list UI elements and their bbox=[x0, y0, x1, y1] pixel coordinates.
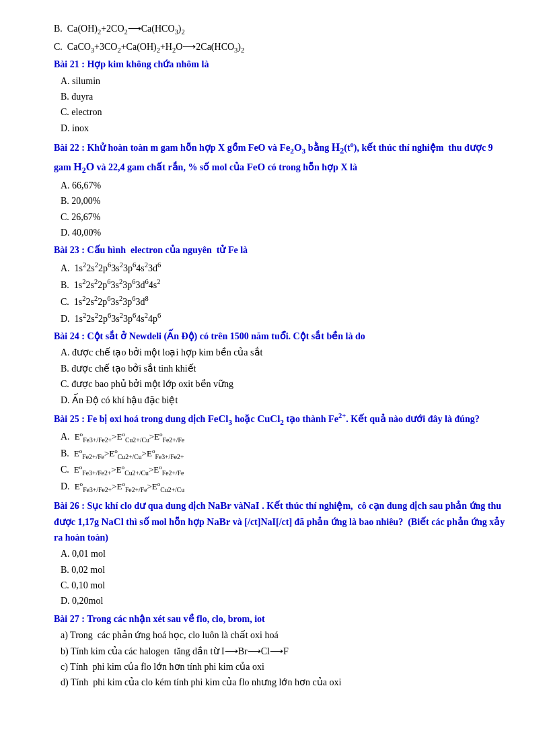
q24-B: B. được chế tạo bởi sắt tinh khiết bbox=[61, 362, 509, 376]
question-25: Bài 25 : Fe bị oxi hoá trong dung dịch F… bbox=[54, 411, 509, 495]
question-27: Bài 27 : Trong các nhận xét sau về flo, … bbox=[54, 612, 509, 691]
q23-C: C. 1s22s22p63s23p63d8 bbox=[61, 294, 509, 310]
q22-A: A. 66,67% bbox=[61, 178, 509, 193]
question-22: Bài 22 : Khử hoàn toàn m gam hỗn hợp X g… bbox=[54, 139, 509, 240]
q26-C: C. 0,10 mol bbox=[61, 578, 509, 593]
q21-C: C. electron bbox=[61, 105, 509, 120]
q21-A: A. silumin bbox=[61, 74, 509, 89]
q23-D: D. 1s22s22p63s23p64s24p6 bbox=[61, 310, 509, 327]
q24-A: A. được chế tạo bởi một loại hợp kim bền… bbox=[61, 345, 509, 360]
q21-header: Bài 21 : Hợp kim không chứa nhôm là bbox=[54, 59, 209, 69]
q22-D: D. 40,00% bbox=[61, 226, 509, 240]
q23-A: A. 1s22s22p63s23p64s23d6 bbox=[61, 260, 509, 276]
question-23: Bài 23 : Cấu hình electron của nguyên tử… bbox=[54, 243, 509, 327]
line-c-top: C. CaCO3+3CO2+Ca(OH)2+H2O⟶2Ca(HCO3)2 bbox=[54, 40, 509, 57]
q26-B: B. 0,02 mol bbox=[61, 563, 509, 578]
line-b-top: B. Ca(OH)2+2CO2⟶Ca(HCO3)2 bbox=[54, 22, 509, 38]
q21-D: D. inox bbox=[61, 121, 509, 136]
q22-C: C. 26,67% bbox=[61, 210, 509, 225]
question-26: Bài 26 : Sục khí clo dư qua dung dịch Na… bbox=[54, 497, 509, 609]
q23-header: Bài 23 : Cấu hình electron của nguyên tử… bbox=[54, 245, 248, 255]
q27-d: d) Tính phi kim của clo kém tính phi kim… bbox=[61, 675, 509, 690]
q26-A: A. 0,01 mol bbox=[61, 547, 509, 561]
q27-b: b) Tính kim của các halogen tăng dần từ … bbox=[61, 644, 509, 659]
q26-header: Bài 26 : Sục khí clo dư qua dung dịch Na… bbox=[54, 501, 505, 543]
q25-B: B. EoFe2+/Fe>EoCu2+/Cu>EoFe3+/Fe2+ bbox=[61, 446, 509, 462]
question-24: Bài 24 : Cột sắt ở Newdeli (Ấn Độ) có tr… bbox=[54, 329, 509, 408]
q27-a: a) Trong các phản ứng hoá học, clo luôn … bbox=[61, 628, 509, 643]
q26-D: D. 0,20mol bbox=[61, 594, 509, 609]
q24-header: Bài 24 : Cột sắt ở Newdeli (Ấn Độ) có tr… bbox=[54, 331, 365, 341]
q25-A: A. EoFe3+/Fe2+>EoCu2+/Cu>EoFe2+/Fe bbox=[61, 429, 509, 446]
q22-B: B. 20,00% bbox=[61, 194, 509, 209]
q25-D: D. EoFe3+/Fe2+>EoFe2+/Fe>EoCu2+/Cu bbox=[61, 479, 509, 495]
q24-C: C. được bao phủ bởi một lớp oxit bền vữn… bbox=[61, 377, 509, 392]
q27-c: c) Tính phi kim của flo lớn hơn tính phi… bbox=[61, 660, 509, 675]
q23-B: B. 1s22s22p63s23p63d64s2 bbox=[61, 277, 509, 293]
q22-header: Bài 22 : Khử hoàn toàn m gam hỗn hợp X g… bbox=[54, 143, 493, 172]
q25-C: C. EoFe3+/Fe2+>EoCu2+/Cu>EoFe2+/Fe bbox=[61, 462, 509, 479]
q27-header: Bài 27 : Trong các nhận xét sau về flo, … bbox=[54, 614, 265, 624]
q24-D: D. Ấn Độ có khí hậu đặc biệt bbox=[61, 393, 509, 408]
q25-header: Bài 25 : Fe bị oxi hoá trong dung dịch F… bbox=[54, 414, 480, 424]
page-content: B. Ca(OH)2+2CO2⟶Ca(HCO3)2 C. CaCO3+3CO2+… bbox=[54, 22, 509, 691]
question-21: Bài 21 : Hợp kim không chứa nhôm là A. s… bbox=[54, 57, 509, 136]
q21-B: B. đuyra bbox=[61, 90, 509, 104]
